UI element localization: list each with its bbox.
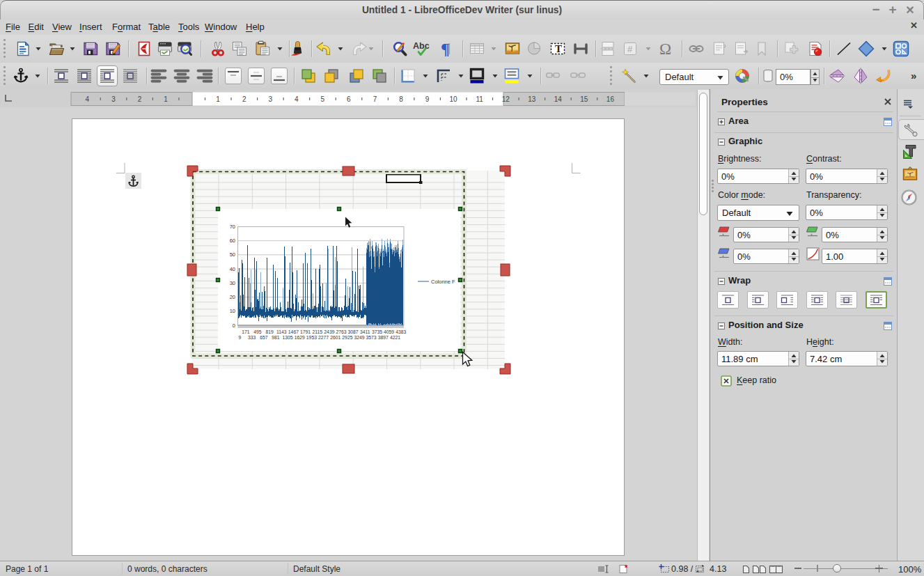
- svg-text:2277: 2277: [318, 335, 329, 340]
- svg-text:1953: 1953: [306, 335, 317, 340]
- svg-text:60: 60: [230, 238, 235, 244]
- svg-text:70: 70: [230, 224, 235, 230]
- svg-text:4221: 4221: [390, 335, 400, 340]
- svg-text:3897: 3897: [378, 335, 389, 340]
- svg-text:40: 40: [230, 266, 235, 272]
- svg-text:2925: 2925: [342, 335, 352, 340]
- svg-text:4383: 4383: [396, 329, 406, 334]
- svg-text:495: 495: [253, 329, 262, 334]
- svg-text:3249: 3249: [354, 335, 364, 340]
- svg-text:2763: 2763: [336, 329, 346, 334]
- svg-text:30: 30: [230, 280, 235, 286]
- svg-text:1467: 1467: [288, 329, 299, 334]
- svg-text:2601: 2601: [330, 335, 340, 340]
- svg-text:50: 50: [230, 251, 235, 258]
- svg-text:3411: 3411: [360, 329, 370, 334]
- svg-text:3087: 3087: [348, 329, 359, 334]
- svg-text:*: *: [625, 564, 628, 572]
- svg-text:1143: 1143: [276, 329, 287, 334]
- svg-text:3573: 3573: [366, 335, 377, 340]
- svg-text:819: 819: [265, 329, 274, 334]
- svg-text:Colonne F: Colonne F: [431, 279, 455, 285]
- svg-text:1791: 1791: [300, 329, 311, 334]
- svg-text:1305: 1305: [283, 335, 293, 340]
- svg-text:4059: 4059: [384, 329, 394, 334]
- svg-text:171: 171: [242, 329, 250, 334]
- svg-text:20: 20: [230, 294, 235, 300]
- svg-text:657: 657: [260, 335, 268, 340]
- svg-text:333: 333: [248, 335, 256, 340]
- svg-text:981: 981: [272, 335, 280, 340]
- svg-text:9: 9: [239, 335, 242, 340]
- svg-text:10: 10: [230, 308, 235, 314]
- svg-text:2115: 2115: [312, 329, 322, 334]
- svg-text:1629: 1629: [295, 335, 305, 340]
- svg-text:0: 0: [233, 322, 235, 329]
- svg-text:3735: 3735: [372, 329, 382, 334]
- svg-text:2439: 2439: [324, 329, 334, 334]
